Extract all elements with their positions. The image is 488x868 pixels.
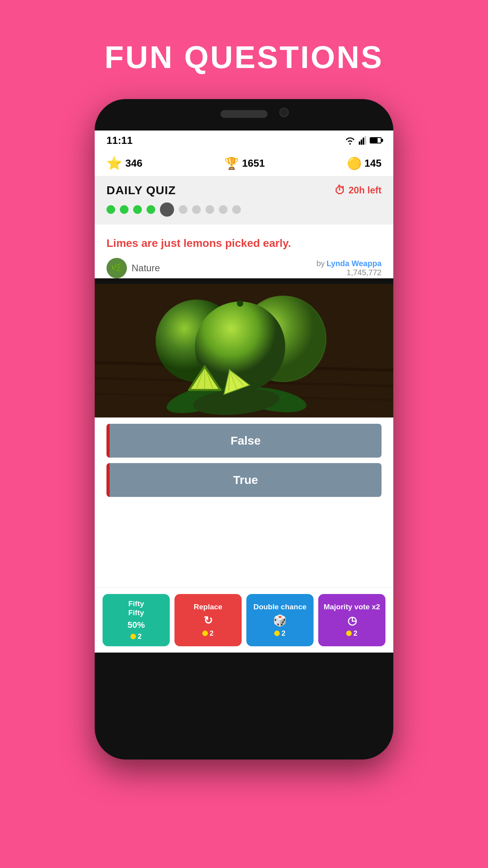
timer-icon: ⏱ bbox=[334, 184, 345, 197]
status-icons bbox=[345, 136, 382, 145]
dot-3 bbox=[133, 205, 142, 214]
true-answer-button[interactable]: True bbox=[106, 463, 382, 497]
dot-2 bbox=[120, 205, 128, 214]
majority-vote-cost: 2 bbox=[346, 629, 357, 638]
false-answer-label: False bbox=[231, 434, 261, 447]
star-icon: ⭐ bbox=[106, 156, 122, 171]
wifi-icon bbox=[345, 136, 356, 145]
page-title: FUN QUESTIONS bbox=[105, 39, 383, 75]
trophy-value: 1651 bbox=[242, 157, 265, 169]
question-area: Limes are just lemons picked early. 🌿 Na… bbox=[95, 224, 393, 278]
replace-button[interactable]: Replace ↻ 2 bbox=[174, 594, 242, 646]
category-left: 🌿 Nature bbox=[106, 258, 160, 278]
signal-icon bbox=[359, 136, 367, 145]
trophy-score: 🏆 1651 bbox=[224, 156, 265, 170]
cost-dot-1 bbox=[130, 634, 136, 639]
double-chance-label: Double chance bbox=[253, 603, 306, 612]
by-label: by bbox=[316, 259, 325, 268]
double-chance-button[interactable]: Double chance 🎲 2 bbox=[246, 594, 314, 646]
powerups-bar: FiftyFifty 50% 2 Replace ↻ 2 Double chan… bbox=[95, 587, 393, 653]
replace-cost: 2 bbox=[202, 629, 213, 638]
category-name: Nature bbox=[132, 263, 160, 274]
cost-dot-2 bbox=[202, 631, 208, 636]
coin-value: 145 bbox=[365, 157, 382, 169]
dot-8 bbox=[205, 205, 214, 214]
svg-point-16 bbox=[237, 300, 243, 307]
svg-rect-0 bbox=[359, 142, 360, 145]
star-value: 346 bbox=[125, 157, 142, 169]
phone-camera bbox=[279, 108, 289, 117]
author-name: Lynda Weappa bbox=[327, 259, 382, 268]
fifty-fifty-button[interactable]: FiftyFifty 50% 2 bbox=[103, 594, 170, 646]
svg-rect-1 bbox=[361, 140, 362, 145]
svg-rect-2 bbox=[363, 138, 364, 145]
dot-7 bbox=[192, 205, 201, 214]
replace-icon: ↻ bbox=[204, 614, 213, 627]
progress-dots bbox=[106, 202, 382, 221]
lime-illustration bbox=[95, 284, 393, 417]
cost-dot-4 bbox=[346, 631, 352, 636]
dot-9 bbox=[219, 205, 227, 214]
dot-1 bbox=[106, 205, 115, 214]
score-bar: ⭐ 346 🏆 1651 🟡 145 bbox=[95, 150, 393, 177]
timer-badge: ⏱ 20h left bbox=[334, 184, 382, 197]
daily-quiz-header: DAILY QUIZ ⏱ 20h left bbox=[95, 177, 393, 224]
majority-vote-icon: ◷ bbox=[347, 614, 357, 627]
fifty-fifty-cost-value: 2 bbox=[138, 633, 141, 641]
question-text: Limes are just lemons picked early. bbox=[106, 235, 382, 251]
timer-label: 20h left bbox=[349, 185, 382, 196]
status-bar: 11:11 bbox=[95, 131, 393, 150]
author-info: by Lynda Weappa 1,745,772 bbox=[316, 259, 382, 277]
majority-vote-button[interactable]: Majority vote x2 ◷ 2 bbox=[318, 594, 385, 646]
phone-speaker bbox=[220, 110, 268, 118]
double-chance-cost-value: 2 bbox=[281, 629, 285, 638]
empty-space bbox=[95, 509, 393, 587]
category-row: 🌿 Nature by Lynda Weappa 1,745,772 bbox=[106, 258, 382, 278]
battery-icon bbox=[370, 137, 382, 143]
majority-vote-cost-value: 2 bbox=[353, 629, 357, 638]
author-score: 1,745,772 bbox=[316, 268, 382, 277]
star-score: ⭐ 346 bbox=[106, 156, 142, 171]
replace-cost-value: 2 bbox=[209, 629, 213, 638]
trophy-icon: 🏆 bbox=[224, 156, 239, 170]
svg-rect-3 bbox=[365, 136, 366, 145]
dot-4 bbox=[147, 205, 155, 214]
coin-icon: 🟡 bbox=[347, 156, 361, 170]
fifty-fifty-icon: 50% bbox=[127, 620, 145, 630]
fifty-fifty-label: FiftyFifty bbox=[128, 600, 144, 618]
double-chance-icon: 🎲 bbox=[273, 614, 287, 627]
daily-quiz-title: DAILY QUIZ bbox=[106, 184, 176, 197]
majority-vote-label: Majority vote x2 bbox=[324, 603, 380, 612]
dot-6 bbox=[179, 205, 187, 214]
coin-score: 🟡 145 bbox=[347, 156, 382, 170]
fifty-fifty-cost: 2 bbox=[130, 633, 141, 641]
phone-frame: 11:11 bbox=[95, 99, 393, 760]
cost-dot-3 bbox=[274, 631, 280, 636]
phone-notch bbox=[95, 99, 393, 131]
answers-area: False True bbox=[95, 417, 393, 509]
true-answer-label: True bbox=[233, 473, 258, 486]
replace-label: Replace bbox=[194, 603, 222, 612]
dot-10 bbox=[232, 205, 241, 214]
dot-5-current bbox=[160, 202, 174, 217]
question-image bbox=[95, 284, 393, 417]
double-chance-cost: 2 bbox=[274, 629, 285, 638]
false-answer-button[interactable]: False bbox=[106, 424, 382, 458]
status-time: 11:11 bbox=[106, 134, 133, 147]
category-icon: 🌿 bbox=[106, 258, 127, 278]
